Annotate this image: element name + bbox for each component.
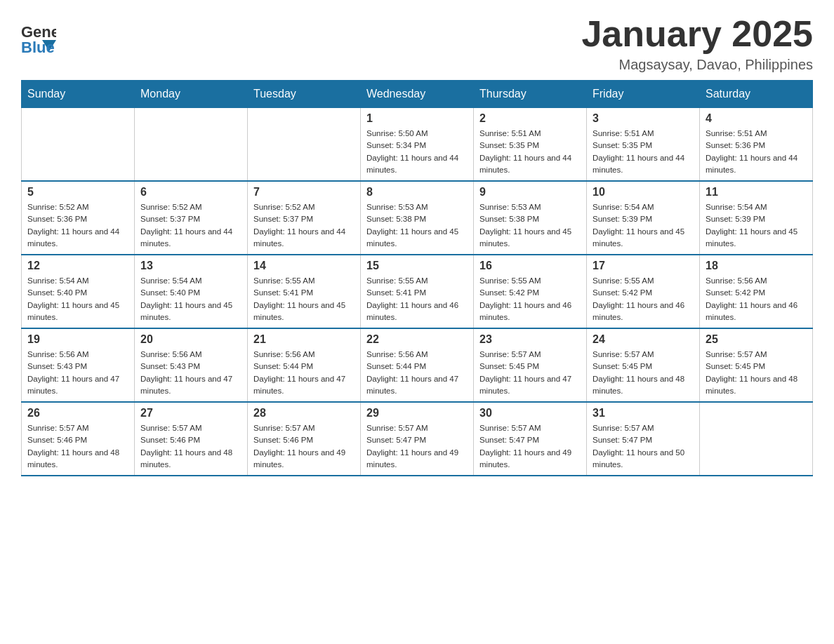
- day-info: Sunrise: 5:52 AMSunset: 5:37 PMDaylight:…: [140, 201, 241, 250]
- calendar-cell: 18Sunrise: 5:56 AMSunset: 5:42 PMDayligh…: [700, 255, 813, 328]
- day-number: 3: [593, 112, 694, 125]
- day-info: Sunrise: 5:57 AMSunset: 5:46 PMDaylight:…: [253, 422, 355, 471]
- day-info: Sunrise: 5:57 AMSunset: 5:45 PMDaylight:…: [479, 349, 581, 397]
- title-section: January 2025 Magsaysay, Davao, Philippin…: [581, 14, 813, 73]
- calendar-cell: 9Sunrise: 5:53 AMSunset: 5:38 PMDaylight…: [474, 181, 587, 255]
- day-info: Sunrise: 5:52 AMSunset: 5:37 PMDaylight:…: [253, 201, 355, 250]
- calendar-cell: 4Sunrise: 5:51 AMSunset: 5:36 PMDaylight…: [700, 108, 813, 182]
- day-number: 21: [253, 333, 355, 346]
- logo: General Blue: [21, 18, 56, 59]
- day-number: 28: [253, 407, 355, 420]
- calendar-cell: 24Sunrise: 5:57 AMSunset: 5:45 PMDayligh…: [587, 328, 700, 402]
- day-number: 16: [479, 260, 581, 272]
- day-number: 18: [706, 260, 807, 272]
- calendar-cell: 1Sunrise: 5:50 AMSunset: 5:34 PMDaylight…: [361, 108, 474, 182]
- calendar-cell: 31Sunrise: 5:57 AMSunset: 5:47 PMDayligh…: [587, 402, 700, 476]
- day-info: Sunrise: 5:54 AMSunset: 5:39 PMDaylight:…: [593, 201, 694, 250]
- day-number: 10: [593, 186, 694, 199]
- calendar-table: SundayMondayTuesdayWednesdayThursdayFrid…: [21, 80, 813, 476]
- day-info: Sunrise: 5:57 AMSunset: 5:45 PMDaylight:…: [593, 349, 694, 397]
- day-info: Sunrise: 5:56 AMSunset: 5:43 PMDaylight:…: [140, 349, 241, 397]
- calendar-week-4: 19Sunrise: 5:56 AMSunset: 5:43 PMDayligh…: [22, 328, 813, 402]
- day-number: 1: [366, 112, 468, 125]
- day-info: Sunrise: 5:55 AMSunset: 5:42 PMDaylight:…: [479, 275, 581, 323]
- day-info: Sunrise: 5:57 AMSunset: 5:45 PMDaylight:…: [706, 349, 807, 397]
- day-info: Sunrise: 5:57 AMSunset: 5:47 PMDaylight:…: [593, 422, 694, 471]
- calendar-cell: 25Sunrise: 5:57 AMSunset: 5:45 PMDayligh…: [700, 328, 813, 402]
- calendar-cell: 11Sunrise: 5:54 AMSunset: 5:39 PMDayligh…: [700, 181, 813, 255]
- day-info: Sunrise: 5:51 AMSunset: 5:36 PMDaylight:…: [706, 128, 807, 176]
- day-info: Sunrise: 5:50 AMSunset: 5:34 PMDaylight:…: [366, 128, 468, 176]
- day-number: 31: [593, 407, 694, 420]
- day-number: 22: [366, 333, 468, 346]
- day-info: Sunrise: 5:54 AMSunset: 5:39 PMDaylight:…: [706, 201, 807, 250]
- day-info: Sunrise: 5:57 AMSunset: 5:46 PMDaylight:…: [27, 422, 128, 471]
- calendar-header-row: SundayMondayTuesdayWednesdayThursdayFrid…: [22, 81, 813, 108]
- day-number: 11: [706, 186, 807, 199]
- calendar-week-3: 12Sunrise: 5:54 AMSunset: 5:40 PMDayligh…: [22, 255, 813, 328]
- day-number: 7: [253, 186, 355, 199]
- calendar-cell: 8Sunrise: 5:53 AMSunset: 5:38 PMDaylight…: [361, 181, 474, 255]
- day-number: 24: [593, 333, 694, 346]
- calendar-cell: 30Sunrise: 5:57 AMSunset: 5:47 PMDayligh…: [474, 402, 587, 476]
- day-info: Sunrise: 5:55 AMSunset: 5:41 PMDaylight:…: [366, 275, 468, 323]
- logo-mark: General Blue: [21, 18, 56, 59]
- day-number: 27: [140, 407, 241, 420]
- day-info: Sunrise: 5:57 AMSunset: 5:46 PMDaylight:…: [140, 422, 241, 471]
- calendar-cell: 2Sunrise: 5:51 AMSunset: 5:35 PMDaylight…: [474, 108, 587, 182]
- calendar-cell: 6Sunrise: 5:52 AMSunset: 5:37 PMDaylight…: [135, 181, 248, 255]
- calendar-cell: 27Sunrise: 5:57 AMSunset: 5:46 PMDayligh…: [135, 402, 248, 476]
- day-of-week-thursday: Thursday: [474, 81, 587, 108]
- day-info: Sunrise: 5:55 AMSunset: 5:42 PMDaylight:…: [593, 275, 694, 323]
- day-number: 19: [27, 333, 128, 346]
- calendar-cell: 22Sunrise: 5:56 AMSunset: 5:44 PMDayligh…: [361, 328, 474, 402]
- svg-text:Blue: Blue: [21, 39, 55, 56]
- calendar-cell: 13Sunrise: 5:54 AMSunset: 5:40 PMDayligh…: [135, 255, 248, 328]
- day-info: Sunrise: 5:53 AMSunset: 5:38 PMDaylight:…: [366, 201, 468, 250]
- day-number: 6: [140, 186, 241, 199]
- day-of-week-wednesday: Wednesday: [361, 81, 474, 108]
- day-info: Sunrise: 5:52 AMSunset: 5:36 PMDaylight:…: [27, 201, 128, 250]
- day-number: 29: [366, 407, 468, 420]
- calendar-cell: 21Sunrise: 5:56 AMSunset: 5:44 PMDayligh…: [248, 328, 361, 402]
- day-number: 15: [366, 260, 468, 272]
- day-info: Sunrise: 5:56 AMSunset: 5:44 PMDaylight:…: [366, 349, 468, 397]
- day-number: 30: [479, 407, 581, 420]
- day-info: Sunrise: 5:57 AMSunset: 5:47 PMDaylight:…: [366, 422, 468, 471]
- calendar-cell: 5Sunrise: 5:52 AMSunset: 5:36 PMDaylight…: [22, 181, 135, 255]
- day-info: Sunrise: 5:56 AMSunset: 5:42 PMDaylight:…: [706, 275, 807, 323]
- day-info: Sunrise: 5:57 AMSunset: 5:47 PMDaylight:…: [479, 422, 581, 471]
- day-number: 25: [706, 333, 807, 346]
- day-number: 2: [479, 112, 581, 125]
- day-of-week-saturday: Saturday: [700, 81, 813, 108]
- day-number: 26: [27, 407, 128, 420]
- calendar-cell: 16Sunrise: 5:55 AMSunset: 5:42 PMDayligh…: [474, 255, 587, 328]
- calendar-cell: 28Sunrise: 5:57 AMSunset: 5:46 PMDayligh…: [248, 402, 361, 476]
- calendar-cell: 3Sunrise: 5:51 AMSunset: 5:35 PMDaylight…: [587, 108, 700, 182]
- calendar-cell: [135, 108, 248, 182]
- day-number: 14: [253, 260, 355, 272]
- page-header: General Blue January 2025 Magsaysay, Dav…: [21, 14, 813, 73]
- day-number: 12: [27, 260, 128, 272]
- calendar-cell: 14Sunrise: 5:55 AMSunset: 5:41 PMDayligh…: [248, 255, 361, 328]
- location: Magsaysay, Davao, Philippines: [581, 57, 813, 73]
- day-of-week-friday: Friday: [587, 81, 700, 108]
- day-of-week-tuesday: Tuesday: [248, 81, 361, 108]
- day-number: 5: [27, 186, 128, 199]
- day-info: Sunrise: 5:54 AMSunset: 5:40 PMDaylight:…: [27, 275, 128, 323]
- day-info: Sunrise: 5:56 AMSunset: 5:43 PMDaylight:…: [27, 349, 128, 397]
- calendar-cell: 10Sunrise: 5:54 AMSunset: 5:39 PMDayligh…: [587, 181, 700, 255]
- calendar-cell: 17Sunrise: 5:55 AMSunset: 5:42 PMDayligh…: [587, 255, 700, 328]
- day-number: 23: [479, 333, 581, 346]
- day-info: Sunrise: 5:54 AMSunset: 5:40 PMDaylight:…: [140, 275, 241, 323]
- day-info: Sunrise: 5:51 AMSunset: 5:35 PMDaylight:…: [479, 128, 581, 176]
- calendar-cell: [248, 108, 361, 182]
- day-number: 20: [140, 333, 241, 346]
- calendar-week-2: 5Sunrise: 5:52 AMSunset: 5:36 PMDaylight…: [22, 181, 813, 255]
- calendar-week-1: 1Sunrise: 5:50 AMSunset: 5:34 PMDaylight…: [22, 108, 813, 182]
- day-number: 8: [366, 186, 468, 199]
- day-info: Sunrise: 5:51 AMSunset: 5:35 PMDaylight:…: [593, 128, 694, 176]
- day-number: 9: [479, 186, 581, 199]
- calendar-cell: 26Sunrise: 5:57 AMSunset: 5:46 PMDayligh…: [22, 402, 135, 476]
- calendar-week-5: 26Sunrise: 5:57 AMSunset: 5:46 PMDayligh…: [22, 402, 813, 476]
